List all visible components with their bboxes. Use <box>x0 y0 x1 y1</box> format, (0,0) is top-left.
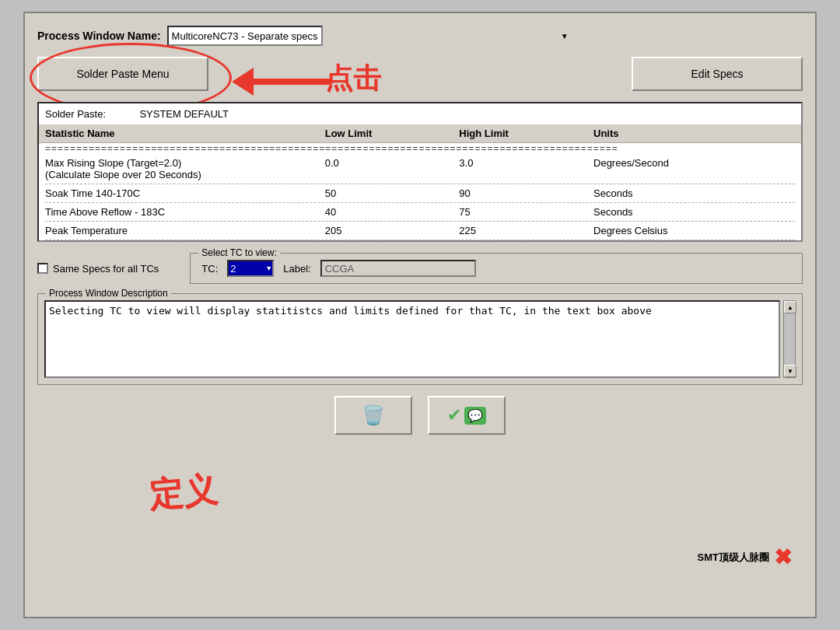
row4-low: 205 <box>325 225 460 236</box>
label-label: Label: <box>283 263 310 275</box>
tc-label: TC: <box>201 263 218 275</box>
label-field[interactable] <box>320 260 476 277</box>
description-textarea[interactable]: Selecting TC to view will display statit… <box>44 300 780 378</box>
solder-paste-value: SYSTEM DEFAULT <box>139 108 229 120</box>
process-name-label: Process Window Name: <box>37 30 161 42</box>
same-specs-label: Same Specs for all TCs <box>53 263 159 275</box>
edit-specs-button[interactable]: Edit Specs <box>632 57 803 91</box>
table-row: Time Above Reflow - 183C 40 75 Seconds <box>39 203 801 221</box>
row2-low: 50 <box>325 187 460 199</box>
table-row: Soak Time 140-170C 50 90 Seconds <box>39 184 801 202</box>
equals-separator: ========================================… <box>39 143 801 154</box>
stats-scroll-container[interactable]: Solder Paste: SYSTEM DEFAULT Statistic N… <box>39 103 801 240</box>
select-tc-legend: Select TC to view: <box>198 247 279 258</box>
same-specs-checkbox-row: Same Specs for all TCs <box>37 263 159 275</box>
process-name-select[interactable]: MulticoreNC73 - Separate specs <box>167 26 323 46</box>
tc-select-wrapper[interactable]: 2 <box>227 260 274 277</box>
click-annotation-text: 点击 <box>325 60 381 98</box>
stats-column-headers: Statistic Name Low Limit High Limit Unit… <box>39 124 801 143</box>
row2-units: Seconds <box>593 187 795 199</box>
trash-button[interactable]: 🗑️ <box>334 396 412 435</box>
description-inner: Selecting TC to view will display statit… <box>44 300 796 378</box>
row1-units: Degrees/Second <box>593 157 795 180</box>
row3-units: Seconds <box>593 206 795 218</box>
row3-name: Time Above Reflow - 183C <box>45 206 325 218</box>
description-legend: Process Window Description <box>46 288 171 299</box>
process-name-select-wrapper[interactable]: MulticoreNC73 - Separate specs <box>167 26 572 46</box>
footer-buttons: 🗑️ ✔ 💬 SMT顶级人脉圈 ✖ <box>37 396 803 435</box>
solder-paste-header: Solder Paste: SYSTEM DEFAULT <box>39 103 801 124</box>
col-low-limit: Low Limit <box>325 128 460 139</box>
col-high-limit: High Limit <box>459 128 593 139</box>
stats-area: Solder Paste: SYSTEM DEFAULT Statistic N… <box>37 102 803 242</box>
wechat-icon: 💬 <box>464 407 486 425</box>
same-specs-checkbox[interactable] <box>37 263 48 274</box>
col-units: Units <box>593 128 795 139</box>
row1-high: 3.0 <box>459 157 593 180</box>
define-annotation-text: 定义 <box>148 467 220 518</box>
tc-select[interactable]: 2 <box>227 260 274 277</box>
scroll-track[interactable] <box>784 313 795 365</box>
action-buttons-row: Solder Paste Menu 点击 Edit Specs <box>37 57 803 91</box>
row4-units: Degrees Celsius <box>593 225 795 236</box>
select-tc-inner: TC: 2 Label: <box>201 260 791 277</box>
col-statistic-name: Statistic Name <box>45 128 325 139</box>
row4-high: 225 <box>459 225 593 236</box>
solder-paste-label: Solder Paste: <box>45 108 106 120</box>
row1-name: Max Rising Slope (Target=2.0)(Calculate … <box>45 157 325 180</box>
row1-low: 0.0 <box>325 157 460 180</box>
row3-low: 40 <box>325 206 460 218</box>
arrow-head-icon <box>232 68 254 96</box>
row-separator <box>45 240 795 240</box>
cancel-icon: ✖ <box>774 544 792 570</box>
bottom-controls: Same Specs for all TCs Select TC to view… <box>37 253 803 284</box>
arrow-shaft <box>252 79 330 85</box>
process-name-row: Process Window Name: MulticoreNC73 - Sep… <box>37 26 803 46</box>
trash-icon: 🗑️ <box>362 404 385 426</box>
main-window: Process Window Name: MulticoreNC73 - Sep… <box>23 12 817 618</box>
arrow-annotation <box>232 68 330 96</box>
row4-name: Peak Temperature <box>45 225 325 236</box>
description-group: Process Window Description Selecting TC … <box>37 293 803 385</box>
table-row: Max Rising Slope (Target=2.0)(Calculate … <box>39 154 801 184</box>
watermark: SMT顶级人脉圈 ✖ <box>698 544 792 570</box>
description-scrollbar[interactable]: ▲ ▼ <box>783 300 796 378</box>
watermark-text: SMT顶级人脉圈 <box>698 551 769 565</box>
row3-high: 75 <box>459 206 593 218</box>
scroll-down-icon[interactable]: ▼ <box>784 365 796 377</box>
row2-high: 90 <box>459 187 593 199</box>
table-row: Peak Temperature 205 225 Degrees Celsius <box>39 222 801 240</box>
row2-name: Soak Time 140-170C <box>45 187 325 199</box>
ok-button[interactable]: ✔ 💬 <box>428 396 506 435</box>
scroll-up-icon[interactable]: ▲ <box>784 301 796 313</box>
select-tc-group: Select TC to view: TC: 2 Label: <box>190 253 803 284</box>
ok-icon: ✔ <box>447 405 461 425</box>
solder-paste-menu-button[interactable]: Solder Paste Menu <box>37 57 208 91</box>
